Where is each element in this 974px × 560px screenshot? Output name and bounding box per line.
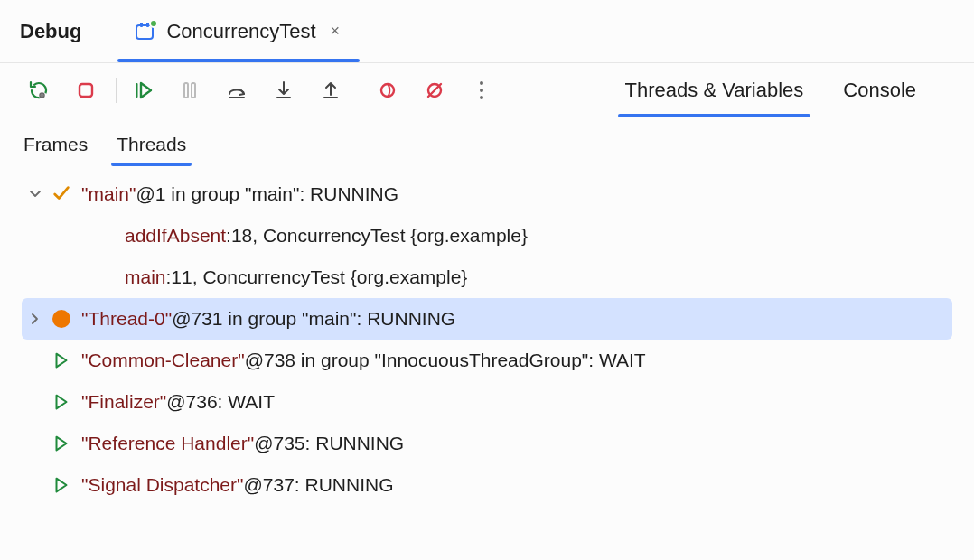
thread-detail: @735: RUNNING [254,433,404,453]
threads-tree: "main"@1 in group "main": RUNNING addIfA… [0,166,974,524]
thread-row-thread0[interactable]: "Thread-0"@731 in group "main": RUNNING [22,298,952,340]
svg-point-9 [381,84,394,97]
thread-detail: @737: RUNNING [244,474,394,495]
svg-rect-1 [140,23,143,27]
thread-detail: @1 in group "main": RUNNING [136,183,398,204]
thread-detail: @731 in group "main": RUNNING [172,308,455,329]
stack-frame[interactable]: main:11, ConcurrencyTest {org.example} [22,257,952,298]
more-actions-button[interactable] [464,73,499,107]
thread-row-main[interactable]: "main"@1 in group "main": RUNNING [22,173,952,215]
step-into-button[interactable] [267,73,301,107]
thread-detail: @738 in group "InnocuousThreadGroup": WA… [245,350,646,370]
separator [116,78,117,103]
running-thread-icon [51,391,72,413]
subtab-threads[interactable]: Threads [115,128,188,166]
frame-detail: :18, ConcurrencyTest {org.example} [226,225,528,246]
thread-detail: @736: WAIT [166,391,275,412]
svg-rect-8 [192,83,195,98]
frame-method: addIfAbsent [125,225,226,246]
svg-rect-6 [136,83,138,98]
close-tab-button[interactable]: × [327,18,344,44]
tab-threads-variables[interactable]: Threads & Variables [623,66,806,115]
thread-row-common-cleaner[interactable]: "Common-Cleaner"@738 in group "Innocuous… [22,340,952,381]
thread-row-finalizer[interactable]: "Finalizer"@736: WAIT [22,381,952,423]
run-config-tab[interactable]: ConcurrencyTest × [117,0,360,62]
debug-toolbar: Threads & Variables Console [0,63,974,117]
step-out-button[interactable] [314,73,348,107]
svg-rect-5 [80,84,92,97]
svg-rect-7 [184,83,188,98]
running-thread-icon [51,433,72,454]
thread-name: "Finalizer" [81,391,166,412]
run-config-icon [134,21,155,42]
thread-name: "main" [81,183,136,204]
thread-row-reference-handler[interactable]: "Reference Handler"@735: RUNNING [22,423,952,464]
rerun-button[interactable] [22,73,56,107]
current-thread-icon [51,183,72,205]
running-thread-icon [51,350,72,371]
thread-name: "Signal Dispatcher" [81,474,244,495]
tab-console[interactable]: Console [841,66,918,115]
chevron-right-icon[interactable] [25,309,45,329]
thread-name: "Common-Cleaner" [81,350,245,370]
separator [361,78,361,103]
breakpoint-icon [51,308,72,330]
mute-breakpoints-button[interactable] [417,73,452,107]
view-breakpoints-button[interactable] [370,73,405,107]
thread-name: "Reference Handler" [81,433,254,453]
chevron-down-icon[interactable] [25,184,45,204]
frame-method: main [125,266,166,287]
subtab-frames[interactable]: Frames [22,128,89,166]
pause-button[interactable] [173,73,207,107]
step-over-button[interactable] [220,73,254,107]
thread-row-signal-dispatcher[interactable]: "Signal Dispatcher"@737: RUNNING [22,464,952,506]
frame-detail: :11, ConcurrencyTest {org.example} [166,266,468,287]
running-thread-icon [51,474,72,496]
resume-button[interactable] [126,73,160,107]
tool-window-title: Debug [20,0,81,62]
stack-frame[interactable]: addIfAbsent:18, ConcurrencyTest {org.exa… [22,215,952,257]
stop-button[interactable] [69,73,103,107]
thread-name: "Thread-0" [81,308,172,329]
run-config-name: ConcurrencyTest [166,20,315,43]
